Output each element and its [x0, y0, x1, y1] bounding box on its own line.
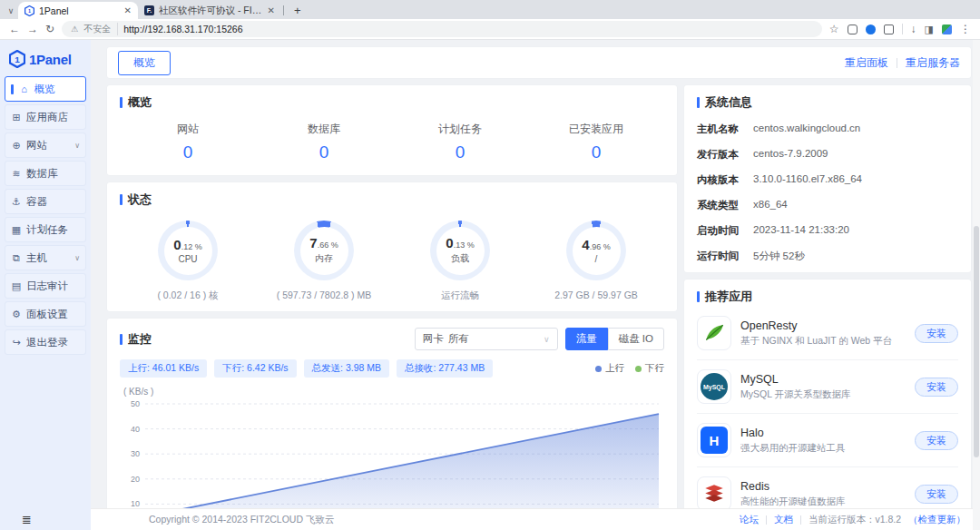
info-row: 运行时间5分钟 52秒: [697, 250, 958, 263]
browser-toolbar: ← → ↻ ⚠ 不安全 http://192.168.31.170:15266 …: [0, 19, 980, 40]
page-header: 概览 重启面板 重启服务器: [107, 47, 971, 78]
stat-value[interactable]: 0: [392, 142, 528, 162]
browser-tab-active[interactable]: 1 1Panel ✕: [18, 2, 138, 19]
diskio-button[interactable]: 磁盘 IO: [608, 328, 664, 350]
onepanel-logo: 1 1Panel: [0, 40, 91, 76]
version-text: 当前运行版本：v1.8.2: [808, 514, 901, 526]
mysql-icon: MySQL: [697, 369, 731, 404]
install-button[interactable]: 安装: [915, 378, 958, 397]
url-text: http://192.168.31.170:15266: [123, 24, 242, 34]
app-desc: MySQL 开源关系型数据库: [740, 388, 906, 401]
stat-value[interactable]: 0: [120, 142, 256, 162]
extension-square-icon[interactable]: [884, 25, 894, 34]
card-title: 推荐应用: [697, 289, 958, 305]
hamburger-icon[interactable]: ≣: [22, 513, 32, 526]
sidebar: 1 1Panel ⌂ 概览 ⊞ 应用商店 ⊕ 网站 ∨ ≋ 数据库: [0, 40, 91, 508]
back-icon[interactable]: ←: [9, 23, 20, 35]
tab-close-icon[interactable]: ✕: [124, 5, 132, 15]
app-row-halo: H Halo 强大易用的开源建站工具 安装: [697, 414, 958, 467]
legend-label: 下行: [645, 362, 664, 375]
stat-value[interactable]: 0: [256, 142, 392, 162]
gauge-label: 内存: [315, 252, 333, 265]
sidebar-item-label: 退出登录: [26, 336, 68, 349]
stat-label: 计划任务: [392, 122, 528, 137]
sidebar-collapse: ≣: [0, 508, 91, 530]
info-row: 系统类型x86_64: [697, 199, 958, 212]
sidebar-item-logs[interactable]: ▤ 日志审计: [5, 273, 86, 299]
globe-icon: ⊕: [11, 140, 22, 152]
restart-server-button[interactable]: 重启服务器: [906, 55, 960, 71]
status-card: 状态 0.12 % CPU ( 0.02 / 16 ) 核: [107, 182, 677, 311]
onepanel-app: 1 1Panel ⌂ 概览 ⊞ 应用商店 ⊕ 网站 ∨ ≋ 数据库: [0, 40, 980, 530]
scrollbar-track[interactable]: [973, 40, 980, 530]
sidebar-item-database[interactable]: ≋ 数据库: [5, 161, 86, 186]
divider: [800, 515, 801, 525]
sidebar-item-host[interactable]: ⧉ 主机 ∨: [5, 245, 86, 270]
overview-tab-button[interactable]: 概览: [118, 51, 171, 75]
legend-dot: [595, 366, 602, 372]
overview-title: 概览: [128, 94, 152, 111]
logo-hexagon-icon: 1: [9, 50, 25, 68]
restart-panel-button[interactable]: 重启面板: [845, 55, 888, 71]
sidebar-item-settings[interactable]: ⚙ 面板设置: [5, 301, 86, 327]
tab-close-icon[interactable]: ✕: [268, 5, 275, 15]
gauge-ring: 4.96 % /: [566, 221, 626, 280]
nic-select[interactable]: 网卡 所有 ∨: [415, 328, 558, 350]
stat-installed-apps: 已安装应用 0: [528, 122, 664, 162]
overview-stats: 网站 0 数据库 0 计划任务 0 已安装应用: [120, 122, 664, 162]
footer: ≣ Copyright © 2014-2023 FIT2CLOUD 飞致云 论坛…: [0, 508, 980, 530]
install-button[interactable]: 安装: [915, 485, 958, 504]
sidebar-item-logout[interactable]: ↪ 退出登录: [5, 329, 86, 355]
gauge-label: CPU: [178, 254, 197, 264]
svg-text:30: 30: [131, 449, 140, 458]
bookmark-star-icon[interactable]: ☆: [829, 23, 839, 35]
reload-icon[interactable]: ↻: [45, 23, 54, 35]
download-icon[interactable]: ↓: [911, 23, 916, 35]
sidebar-item-overview[interactable]: ⌂ 概览: [5, 76, 86, 102]
scrollbar-thumb[interactable]: [974, 226, 979, 457]
gauge-subtext: ( 597.73 / 7802.8 ) MB: [277, 290, 371, 300]
toolbar-separator: [902, 24, 903, 34]
docs-link[interactable]: 文档: [774, 514, 793, 526]
sidebar-item-label: 日志审计: [26, 280, 68, 293]
sidebar-item-label: 概览: [34, 83, 55, 96]
menu-dots-icon[interactable]: ⋮: [960, 23, 971, 35]
title-bar: [120, 334, 122, 345]
security-chip[interactable]: 不安全: [83, 23, 118, 35]
install-button[interactable]: 安装: [915, 324, 958, 343]
extension-circle-icon[interactable]: [866, 25, 876, 34]
extension-box-icon[interactable]: [848, 25, 858, 34]
traffic-button[interactable]: 流量: [565, 328, 608, 350]
new-tab-button[interactable]: +: [289, 4, 306, 17]
address-bar[interactable]: ⚠ 不安全 http://192.168.31.170:15266: [62, 21, 822, 37]
legend-down[interactable]: 下行: [635, 362, 664, 375]
recommended-apps-title: 推荐应用: [705, 289, 752, 305]
sidebar-item-appstore[interactable]: ⊞ 应用商店: [5, 104, 86, 130]
stat-label: 数据库: [256, 122, 392, 137]
forum-link[interactable]: 论坛: [740, 514, 759, 526]
app-row-openresty: OpenResty 基于 NGINX 和 LuaJIT 的 Web 平台 安装: [697, 307, 958, 360]
monitor-title: 监控: [128, 331, 152, 348]
sidebar-item-cronjob[interactable]: ▦ 计划任务: [5, 217, 86, 242]
legend-label: 上行: [605, 362, 624, 375]
sidebar-item-label: 网站: [26, 139, 47, 152]
app-name: MySQL: [740, 373, 906, 386]
sidebar-item-website[interactable]: ⊕ 网站 ∨: [5, 132, 86, 158]
toolbar-icons: ☆ ↓ ◨ ⋮: [829, 23, 971, 35]
forward-icon[interactable]: →: [27, 23, 38, 35]
check-update-link[interactable]: （检查更新）: [908, 514, 965, 526]
install-button[interactable]: 安装: [915, 431, 958, 450]
browser-tab-2[interactable]: F. 社区软件许可协议 - FIT2CLOU ✕: [138, 2, 281, 19]
tab-search-icon[interactable]: ∨: [4, 3, 18, 19]
legend-up[interactable]: 上行: [595, 362, 624, 375]
title-bar: [697, 97, 700, 108]
card-title: 概览: [120, 94, 664, 111]
divider: [766, 515, 767, 525]
app-name: OpenResty: [740, 319, 906, 332]
stat-value[interactable]: 0: [528, 142, 664, 162]
sidebar-item-container[interactable]: ⚓ 容器: [5, 189, 86, 214]
colored-extension-icon[interactable]: [942, 25, 952, 34]
openresty-icon: [697, 316, 731, 350]
appstore-icon: ⊞: [11, 112, 22, 123]
side-panel-icon[interactable]: ◨: [925, 24, 934, 35]
